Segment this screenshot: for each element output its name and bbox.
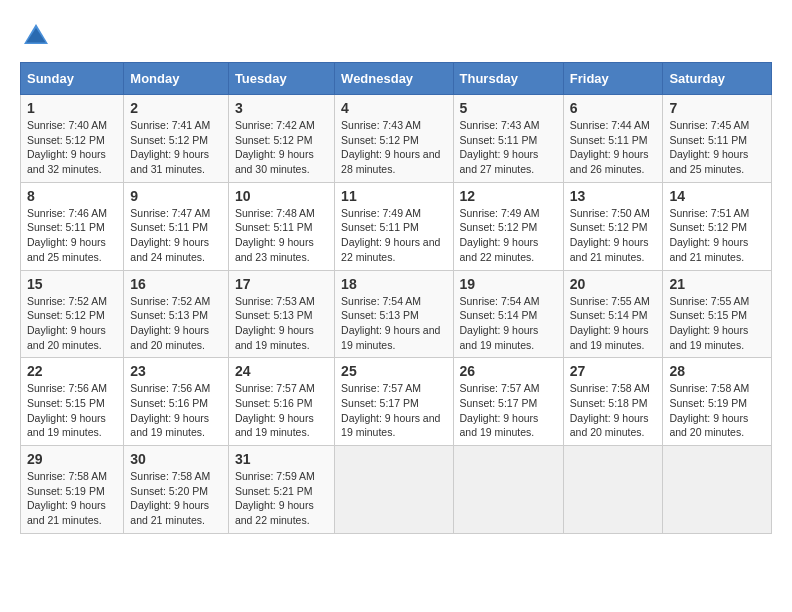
calendar-table: Sunday Monday Tuesday Wednesday Thursday… <box>20 62 772 534</box>
day-info: Sunrise: 7:48 AM Sunset: 5:11 PM Dayligh… <box>235 206 328 265</box>
calendar-cell: 23 Sunrise: 7:56 AM Sunset: 5:16 PM Dayl… <box>124 358 229 446</box>
logo <box>20 20 58 52</box>
day-number: 24 <box>235 363 328 379</box>
calendar-cell <box>453 446 563 534</box>
header-sunday: Sunday <box>21 63 124 95</box>
day-number: 1 <box>27 100 117 116</box>
day-info: Sunrise: 7:49 AM Sunset: 5:11 PM Dayligh… <box>341 206 446 265</box>
day-info: Sunrise: 7:51 AM Sunset: 5:12 PM Dayligh… <box>669 206 765 265</box>
day-number: 22 <box>27 363 117 379</box>
day-number: 16 <box>130 276 222 292</box>
calendar-cell: 30 Sunrise: 7:58 AM Sunset: 5:20 PM Dayl… <box>124 446 229 534</box>
day-number: 12 <box>460 188 557 204</box>
calendar-cell: 12 Sunrise: 7:49 AM Sunset: 5:12 PM Dayl… <box>453 182 563 270</box>
day-number: 25 <box>341 363 446 379</box>
calendar-cell: 6 Sunrise: 7:44 AM Sunset: 5:11 PM Dayli… <box>563 95 663 183</box>
calendar-cell: 8 Sunrise: 7:46 AM Sunset: 5:11 PM Dayli… <box>21 182 124 270</box>
day-info: Sunrise: 7:47 AM Sunset: 5:11 PM Dayligh… <box>130 206 222 265</box>
day-number: 26 <box>460 363 557 379</box>
header-monday: Monday <box>124 63 229 95</box>
header-saturday: Saturday <box>663 63 772 95</box>
logo-icon <box>20 20 52 52</box>
day-number: 18 <box>341 276 446 292</box>
day-info: Sunrise: 7:50 AM Sunset: 5:12 PM Dayligh… <box>570 206 657 265</box>
calendar-cell: 7 Sunrise: 7:45 AM Sunset: 5:11 PM Dayli… <box>663 95 772 183</box>
day-info: Sunrise: 7:46 AM Sunset: 5:11 PM Dayligh… <box>27 206 117 265</box>
day-number: 3 <box>235 100 328 116</box>
day-info: Sunrise: 7:41 AM Sunset: 5:12 PM Dayligh… <box>130 118 222 177</box>
calendar-cell: 27 Sunrise: 7:58 AM Sunset: 5:18 PM Dayl… <box>563 358 663 446</box>
day-info: Sunrise: 7:58 AM Sunset: 5:20 PM Dayligh… <box>130 469 222 528</box>
header-wednesday: Wednesday <box>335 63 453 95</box>
day-info: Sunrise: 7:57 AM Sunset: 5:16 PM Dayligh… <box>235 381 328 440</box>
day-number: 21 <box>669 276 765 292</box>
day-info: Sunrise: 7:54 AM Sunset: 5:14 PM Dayligh… <box>460 294 557 353</box>
day-info: Sunrise: 7:57 AM Sunset: 5:17 PM Dayligh… <box>460 381 557 440</box>
day-info: Sunrise: 7:54 AM Sunset: 5:13 PM Dayligh… <box>341 294 446 353</box>
day-info: Sunrise: 7:56 AM Sunset: 5:16 PM Dayligh… <box>130 381 222 440</box>
calendar-cell: 9 Sunrise: 7:47 AM Sunset: 5:11 PM Dayli… <box>124 182 229 270</box>
day-info: Sunrise: 7:40 AM Sunset: 5:12 PM Dayligh… <box>27 118 117 177</box>
calendar-cell: 3 Sunrise: 7:42 AM Sunset: 5:12 PM Dayli… <box>228 95 334 183</box>
day-number: 20 <box>570 276 657 292</box>
calendar-cell: 11 Sunrise: 7:49 AM Sunset: 5:11 PM Dayl… <box>335 182 453 270</box>
day-number: 27 <box>570 363 657 379</box>
day-info: Sunrise: 7:55 AM Sunset: 5:15 PM Dayligh… <box>669 294 765 353</box>
day-info: Sunrise: 7:52 AM Sunset: 5:12 PM Dayligh… <box>27 294 117 353</box>
day-info: Sunrise: 7:57 AM Sunset: 5:17 PM Dayligh… <box>341 381 446 440</box>
day-info: Sunrise: 7:58 AM Sunset: 5:18 PM Dayligh… <box>570 381 657 440</box>
header-thursday: Thursday <box>453 63 563 95</box>
calendar-header-row: Sunday Monday Tuesday Wednesday Thursday… <box>21 63 772 95</box>
header-friday: Friday <box>563 63 663 95</box>
day-number: 17 <box>235 276 328 292</box>
day-number: 4 <box>341 100 446 116</box>
day-info: Sunrise: 7:56 AM Sunset: 5:15 PM Dayligh… <box>27 381 117 440</box>
day-info: Sunrise: 7:43 AM Sunset: 5:11 PM Dayligh… <box>460 118 557 177</box>
day-number: 31 <box>235 451 328 467</box>
day-info: Sunrise: 7:53 AM Sunset: 5:13 PM Dayligh… <box>235 294 328 353</box>
day-info: Sunrise: 7:49 AM Sunset: 5:12 PM Dayligh… <box>460 206 557 265</box>
calendar-cell <box>335 446 453 534</box>
header-tuesday: Tuesday <box>228 63 334 95</box>
calendar-cell: 4 Sunrise: 7:43 AM Sunset: 5:12 PM Dayli… <box>335 95 453 183</box>
calendar-cell: 22 Sunrise: 7:56 AM Sunset: 5:15 PM Dayl… <box>21 358 124 446</box>
calendar-cell: 21 Sunrise: 7:55 AM Sunset: 5:15 PM Dayl… <box>663 270 772 358</box>
calendar-cell: 28 Sunrise: 7:58 AM Sunset: 5:19 PM Dayl… <box>663 358 772 446</box>
day-number: 7 <box>669 100 765 116</box>
calendar-cell: 25 Sunrise: 7:57 AM Sunset: 5:17 PM Dayl… <box>335 358 453 446</box>
day-info: Sunrise: 7:59 AM Sunset: 5:21 PM Dayligh… <box>235 469 328 528</box>
page-header <box>20 20 772 52</box>
day-info: Sunrise: 7:42 AM Sunset: 5:12 PM Dayligh… <box>235 118 328 177</box>
day-number: 28 <box>669 363 765 379</box>
calendar-cell: 15 Sunrise: 7:52 AM Sunset: 5:12 PM Dayl… <box>21 270 124 358</box>
calendar-cell <box>663 446 772 534</box>
day-number: 8 <box>27 188 117 204</box>
day-number: 10 <box>235 188 328 204</box>
day-info: Sunrise: 7:58 AM Sunset: 5:19 PM Dayligh… <box>669 381 765 440</box>
calendar-cell: 2 Sunrise: 7:41 AM Sunset: 5:12 PM Dayli… <box>124 95 229 183</box>
calendar-cell: 26 Sunrise: 7:57 AM Sunset: 5:17 PM Dayl… <box>453 358 563 446</box>
calendar-cell <box>563 446 663 534</box>
calendar-cell: 16 Sunrise: 7:52 AM Sunset: 5:13 PM Dayl… <box>124 270 229 358</box>
calendar-cell: 17 Sunrise: 7:53 AM Sunset: 5:13 PM Dayl… <box>228 270 334 358</box>
calendar-cell: 10 Sunrise: 7:48 AM Sunset: 5:11 PM Dayl… <box>228 182 334 270</box>
day-number: 13 <box>570 188 657 204</box>
day-info: Sunrise: 7:52 AM Sunset: 5:13 PM Dayligh… <box>130 294 222 353</box>
calendar-cell: 14 Sunrise: 7:51 AM Sunset: 5:12 PM Dayl… <box>663 182 772 270</box>
day-number: 9 <box>130 188 222 204</box>
calendar-cell: 29 Sunrise: 7:58 AM Sunset: 5:19 PM Dayl… <box>21 446 124 534</box>
calendar-cell: 18 Sunrise: 7:54 AM Sunset: 5:13 PM Dayl… <box>335 270 453 358</box>
day-number: 2 <box>130 100 222 116</box>
day-info: Sunrise: 7:45 AM Sunset: 5:11 PM Dayligh… <box>669 118 765 177</box>
calendar-cell: 13 Sunrise: 7:50 AM Sunset: 5:12 PM Dayl… <box>563 182 663 270</box>
day-info: Sunrise: 7:58 AM Sunset: 5:19 PM Dayligh… <box>27 469 117 528</box>
day-number: 15 <box>27 276 117 292</box>
day-number: 19 <box>460 276 557 292</box>
calendar-cell: 5 Sunrise: 7:43 AM Sunset: 5:11 PM Dayli… <box>453 95 563 183</box>
calendar-cell: 1 Sunrise: 7:40 AM Sunset: 5:12 PM Dayli… <box>21 95 124 183</box>
day-number: 14 <box>669 188 765 204</box>
day-number: 30 <box>130 451 222 467</box>
day-number: 6 <box>570 100 657 116</box>
day-number: 29 <box>27 451 117 467</box>
calendar-cell: 20 Sunrise: 7:55 AM Sunset: 5:14 PM Dayl… <box>563 270 663 358</box>
